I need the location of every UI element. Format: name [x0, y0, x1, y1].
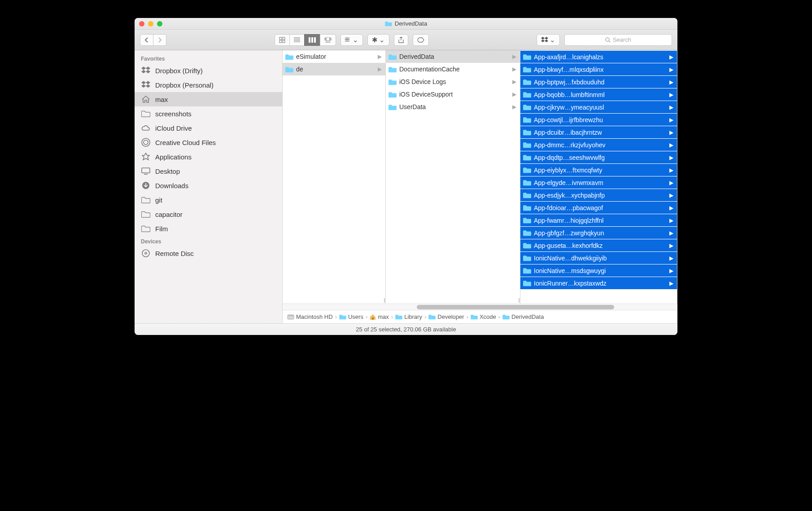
minimize-button[interactable] [148, 21, 153, 26]
svg-rect-13 [347, 40, 349, 41]
sidebar-item-screenshots[interactable]: screenshots [135, 106, 282, 121]
folder-icon [523, 204, 531, 211]
chevron-right-icon: ▶ [378, 53, 382, 60]
arrange-button[interactable]: ⌄ [341, 34, 363, 46]
file-row[interactable]: IonicNative…msdsgwuygi▶ [520, 264, 677, 277]
file-row[interactable]: IonicNative…dhwekkgiiyib▶ [520, 251, 677, 264]
path-segment[interactable]: Developer [428, 313, 464, 320]
file-row[interactable]: App-dcuibr…ibacjhrntzw▶ [520, 126, 677, 138]
chevron-right-icon: ▶ [669, 242, 673, 249]
file-row[interactable]: App-bkwyf…mlqxsdpliinx▶ [520, 63, 677, 75]
file-row[interactable]: App-cowtjl…ijrfbbrewzhu▶ [520, 113, 677, 126]
file-row[interactable]: eSimulator▶ [283, 50, 385, 63]
tags-button[interactable] [413, 34, 429, 46]
chevron-left-icon [144, 37, 149, 43]
file-row[interactable]: DocumentationCache▶ [386, 63, 520, 75]
sidebar-item-label: iCloud Drive [155, 124, 192, 132]
path-segment[interactable]: Macintosh HD [287, 313, 333, 321]
sidebar-item-remote-disc[interactable]: Remote Disc [135, 246, 282, 260]
column-3[interactable]: App-axafjrd…lcanighalzs▶App-bkwyf…mlqxsd… [520, 50, 677, 304]
file-row[interactable]: App-gbfgzf…zwrghqkyun▶ [520, 226, 677, 239]
file-row[interactable]: UserData▶ [386, 101, 520, 113]
path-label: Developer [437, 313, 464, 320]
column-1[interactable]: eSimulator▶de▶|| [283, 50, 386, 304]
horizontal-scrollbar[interactable] [283, 304, 677, 310]
chevron-right-icon: ▶ [669, 92, 673, 98]
svg-rect-12 [345, 40, 347, 41]
sidebar-item-desktop[interactable]: Desktop [135, 164, 282, 178]
file-row[interactable]: IonicRunner…kxpstaxwdz▶ [520, 277, 677, 289]
file-row[interactable]: de▶ [283, 63, 385, 75]
file-row[interactable]: App-dmmc…rkzjvfuyohev▶ [520, 138, 677, 151]
path-segment[interactable]: max [370, 313, 389, 320]
zoom-button[interactable] [157, 21, 162, 26]
file-row[interactable]: App-axafjrd…lcanighalzs▶ [520, 50, 677, 63]
column-2[interactable]: DerivedData▶DocumentationCache▶iOS Devic… [386, 50, 520, 304]
folder-icon [523, 192, 531, 198]
sidebar-item-film[interactable]: Film [135, 221, 282, 236]
folder-icon [523, 141, 531, 148]
folder-icon [141, 109, 151, 118]
gallery-view-button[interactable] [320, 34, 336, 46]
path-segment[interactable]: DerivedData [502, 313, 544, 320]
file-row[interactable]: DerivedData▶ [386, 50, 520, 63]
sidebar-item-dropbox-personal-[interactable]: Dropbox (Personal) [135, 78, 282, 92]
file-row[interactable]: iOS Device Logs▶ [386, 75, 520, 88]
svg-rect-8 [324, 38, 326, 40]
column-handle[interactable]: || [384, 297, 384, 303]
action-button[interactable]: ✱ ⌄ [367, 34, 389, 46]
path-segment[interactable]: Library [395, 313, 422, 320]
list-icon [294, 37, 300, 43]
sidebar-item-icloud-drive[interactable]: iCloud Drive [135, 121, 282, 135]
file-label: App-eiyblyx…ftxmcqfwty [534, 167, 667, 174]
chevron-right-icon: ▶ [669, 230, 673, 236]
file-row[interactable]: App-guseta…kexhorfdkz▶ [520, 239, 677, 251]
folder-icon [523, 116, 531, 123]
file-label: App-elgyde…ivrwmxavm [534, 179, 667, 186]
sidebar-item-max[interactable]: max [135, 92, 282, 106]
sidebar[interactable]: FavoritesDropbox (Drifty)Dropbox (Person… [135, 50, 283, 323]
svg-rect-23 [372, 317, 374, 320]
list-view-button[interactable] [289, 34, 305, 46]
file-label: IonicNative…dhwekkgiiyib [534, 255, 667, 262]
file-row[interactable]: App-bptpwj…fxbdouduhd▶ [520, 75, 677, 88]
dropbox-menu-button[interactable]: ⌄ [537, 34, 560, 46]
file-row[interactable]: App-esdjyk…xychpabjnfp▶ [520, 189, 677, 201]
folder-icon [389, 66, 397, 73]
window-title: DerivedData [135, 20, 677, 27]
path-segment[interactable]: Users [339, 313, 363, 320]
back-button[interactable] [140, 34, 153, 46]
sidebar-item-label: Desktop [155, 167, 180, 175]
icon-view-button[interactable] [275, 34, 290, 46]
file-label: App-bkwyf…mlqxsdpliinx [534, 66, 667, 73]
sidebar-item-git[interactable]: git [135, 193, 282, 207]
file-row[interactable]: App-dqdtp…seeshwvwlfg▶ [520, 151, 677, 163]
file-label: App-cjkryw…ymeacyuusl [534, 104, 667, 111]
file-row[interactable]: App-bqobb…lumbftinmml▶ [520, 88, 677, 101]
column-handle[interactable]: || [518, 297, 519, 303]
sidebar-item-dropbox-drifty-[interactable]: Dropbox (Drifty) [135, 63, 282, 78]
scrollbar-thumb[interactable] [417, 305, 614, 309]
path-label: max [378, 313, 389, 320]
close-button[interactable] [139, 21, 144, 26]
column-view-button[interactable] [304, 34, 320, 46]
search-field[interactable]: Search [564, 34, 672, 46]
file-row[interactable]: App-elgyde…ivrwmxavm▶ [520, 176, 677, 189]
file-row[interactable]: App-eiyblyx…ftxmcqfwty▶ [520, 163, 677, 176]
file-row[interactable]: iOS DeviceSupport▶ [386, 88, 520, 101]
path-segment[interactable]: Xcode [471, 313, 496, 320]
share-button[interactable] [394, 34, 408, 46]
file-row[interactable]: App-fdoioar…pbacwagof▶ [520, 201, 677, 214]
sidebar-item-capacitor[interactable]: capacitor [135, 207, 282, 221]
file-row[interactable]: App-fwamr…hiojgqlzhffnl▶ [520, 214, 677, 226]
chevron-right-icon: ▶ [669, 117, 673, 123]
file-row[interactable]: App-cjkryw…ymeacyuusl▶ [520, 101, 677, 113]
sidebar-item-applications[interactable]: Applications [135, 150, 282, 164]
chevron-right-icon: › [498, 313, 500, 320]
sidebar-item-creative-cloud-files[interactable]: Creative Cloud Files [135, 135, 282, 150]
forward-button[interactable] [153, 34, 166, 46]
sidebar-item-downloads[interactable]: Downloads [135, 178, 282, 193]
home-icon [141, 95, 151, 104]
chevron-right-icon: › [391, 313, 393, 320]
sidebar-item-label: Remote Disc [155, 250, 194, 257]
